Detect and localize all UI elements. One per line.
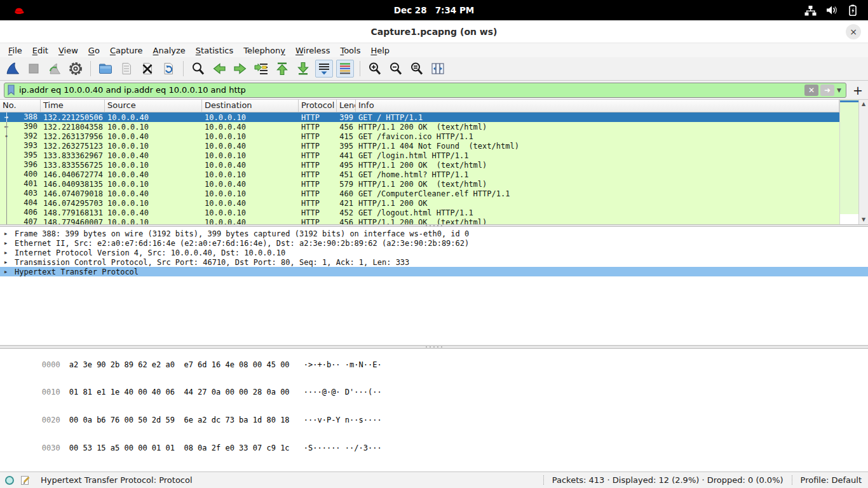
hex-ascii[interactable]: ···v·P-Y n··s···· bbox=[304, 416, 382, 425]
expander-triangle-icon[interactable]: ▶ bbox=[4, 269, 13, 274]
window-close-button[interactable]: × bbox=[846, 24, 861, 39]
network-icon[interactable] bbox=[804, 5, 817, 16]
find-packet-button[interactable] bbox=[189, 60, 207, 78]
detail-row[interactable]: ▶ Ethernet II, Src: e2:a0:e7:6d:16:4e (e… bbox=[0, 238, 868, 248]
packet-no: 400 bbox=[24, 170, 37, 179]
capture-comment-icon[interactable] bbox=[20, 475, 31, 485]
column-header[interactable]: Protocol bbox=[299, 100, 337, 112]
zoom-in-button[interactable] bbox=[366, 60, 384, 78]
expert-info-icon[interactable] bbox=[5, 476, 14, 485]
menu-item[interactable]: Capture bbox=[105, 44, 148, 57]
filter-dropdown-caret[interactable]: ▼ bbox=[837, 87, 841, 93]
detail-row[interactable]: ▶ Hypertext Transfer Protocol bbox=[0, 267, 868, 276]
column-header[interactable]: Source bbox=[105, 100, 202, 112]
packet-row[interactable]: 393 132.263275123 10.0.0.10 10.0.0.40 HT… bbox=[0, 141, 839, 151]
profile-selector[interactable]: Profile: Default bbox=[801, 475, 862, 485]
detail-row[interactable]: ▶ Frame 388: 399 bytes on wire (3192 bit… bbox=[0, 229, 868, 238]
filter-add-button[interactable]: + bbox=[853, 83, 863, 97]
zoom-original-button[interactable] bbox=[408, 60, 426, 78]
battery-icon[interactable] bbox=[848, 4, 858, 16]
packet-info: GET /login.html HTTP/1.1 bbox=[356, 151, 839, 160]
hex-row[interactable]: 003000 53 15 a5 00 00 01 01 08 0a 2f e0 … bbox=[5, 434, 868, 462]
expander-triangle-icon[interactable]: ▶ bbox=[4, 250, 13, 255]
go-first-packet-button[interactable] bbox=[273, 60, 291, 78]
column-header[interactable]: Destination bbox=[202, 100, 299, 112]
column-header[interactable]: No. bbox=[0, 100, 41, 112]
resize-columns-button[interactable] bbox=[429, 60, 447, 78]
menu-item[interactable]: Wireless bbox=[290, 44, 335, 57]
packet-row[interactable]: →388 132.221250506 10.0.0.40 10.0.0.10 H… bbox=[0, 112, 839, 122]
colorize-packets-button[interactable] bbox=[336, 60, 354, 78]
hex-ascii[interactable]: ·S······ ··/·3··· bbox=[304, 444, 382, 453]
restart-capture-button[interactable] bbox=[46, 60, 64, 78]
intelligent-scrollbar-minimap[interactable] bbox=[839, 100, 858, 224]
packet-source: 10.0.0.40 bbox=[105, 132, 202, 141]
hex-bytes[interactable]: 01 81 e1 1e 40 00 40 06 44 27 0a 00 00 2… bbox=[69, 388, 290, 397]
detail-row[interactable]: ▶ Transmission Control Protocol, Src Por… bbox=[0, 257, 868, 267]
packet-row[interactable]: 395 133.833362967 10.0.0.40 10.0.0.10 HT… bbox=[0, 151, 839, 160]
system-tray[interactable] bbox=[804, 4, 858, 16]
expander-triangle-icon[interactable]: ▶ bbox=[4, 231, 13, 236]
go-last-packet-button[interactable] bbox=[294, 60, 312, 78]
column-header[interactable]: Time bbox=[41, 100, 105, 112]
save-file-button[interactable] bbox=[118, 60, 135, 78]
menu-item[interactable]: View bbox=[53, 44, 83, 57]
filter-expression[interactable]: ip.addr eq 10.0.0.40 and ip.addr eq 10.0… bbox=[16, 85, 804, 95]
expander-triangle-icon[interactable]: ▶ bbox=[4, 241, 13, 246]
menu-item[interactable]: Analyze bbox=[148, 44, 191, 57]
hex-row[interactable]: 0040fd 4e 47 45 54 20 2f 20 48 54 54 50 … bbox=[5, 462, 868, 471]
hex-bytes[interactable]: 00 0a b6 76 00 50 2d 59 6e a2 dc 73 ba 1… bbox=[69, 416, 290, 425]
hex-row[interactable]: 002000 0a b6 76 00 50 2d 59 6e a2 dc 73 … bbox=[5, 407, 868, 435]
packet-row[interactable]: 407 148.779460007 10.0.0.10 10.0.0.40 HT… bbox=[0, 217, 839, 224]
hex-row[interactable]: 0000a2 3e 90 2b 89 62 e2 a0 e7 6d 16 4e … bbox=[5, 351, 868, 379]
packet-row[interactable]: 400 146.040672774 10.0.0.40 10.0.0.10 HT… bbox=[0, 170, 839, 179]
packet-time: 132.221250506 bbox=[41, 113, 105, 122]
menu-item[interactable]: Help bbox=[365, 44, 395, 57]
expander-triangle-icon[interactable]: ▶ bbox=[4, 260, 13, 265]
packet-row[interactable]: 403 146.074079018 10.0.0.40 10.0.0.10 HT… bbox=[0, 189, 839, 198]
packet-row[interactable]: 401 146.040938135 10.0.0.10 10.0.0.40 HT… bbox=[0, 179, 839, 189]
capture-options-button[interactable] bbox=[67, 60, 85, 78]
packet-row[interactable]: ←390 132.221804358 10.0.0.10 10.0.0.40 H… bbox=[0, 122, 839, 132]
menu-item[interactable]: Tools bbox=[335, 44, 365, 57]
reload-file-button[interactable] bbox=[159, 60, 177, 78]
start-capture-button[interactable] bbox=[4, 60, 22, 78]
menu-item[interactable]: Go bbox=[83, 44, 105, 57]
volume-icon[interactable] bbox=[826, 5, 838, 15]
hex-ascii[interactable]: ·>·+·b·· ·m·N··E· bbox=[304, 360, 382, 370]
zoom-out-button[interactable] bbox=[387, 60, 405, 78]
hex-offset: 0030 bbox=[42, 444, 60, 453]
stop-capture-button[interactable] bbox=[25, 60, 43, 78]
menu-item[interactable]: File bbox=[3, 44, 27, 57]
column-header[interactable]: Info bbox=[356, 100, 839, 112]
open-file-button[interactable] bbox=[97, 60, 114, 78]
go-back-button[interactable] bbox=[210, 60, 228, 78]
go-forward-button[interactable] bbox=[231, 60, 249, 78]
filter-apply-button[interactable]: ➜ bbox=[820, 85, 834, 96]
filter-clear-button[interactable]: ✕ bbox=[804, 85, 818, 96]
scroll-down-arrow-icon[interactable]: ▼ bbox=[862, 215, 865, 224]
bookmark-icon[interactable] bbox=[6, 84, 16, 96]
menu-item[interactable]: Telephony bbox=[238, 44, 290, 57]
hex-bytes[interactable]: 00 53 15 a5 00 00 01 01 08 0a 2f e0 33 0… bbox=[69, 444, 290, 453]
packet-row[interactable]: •392 132.263137956 10.0.0.40 10.0.0.10 H… bbox=[0, 132, 839, 141]
scroll-up-arrow-icon[interactable]: ▲ bbox=[862, 100, 865, 109]
clock[interactable]: Dec 28 7:34 PM bbox=[394, 5, 474, 15]
packet-list-scrollbar[interactable]: ▲ ▼ bbox=[858, 100, 868, 224]
menu-item[interactable]: Statistics bbox=[191, 44, 238, 57]
auto-scroll-button[interactable] bbox=[315, 60, 333, 78]
display-filter-input[interactable]: ip.addr eq 10.0.0.40 and ip.addr eq 10.0… bbox=[4, 83, 846, 98]
detail-row[interactable]: ▶ Internet Protocol Version 4, Src: 10.0… bbox=[0, 248, 868, 257]
hex-bytes[interactable]: a2 3e 90 2b 89 62 e2 a0 e7 6d 16 4e 08 0… bbox=[69, 360, 290, 370]
packet-protocol: HTTP bbox=[299, 132, 337, 141]
packet-row[interactable]: 404 146.074295703 10.0.0.10 10.0.0.40 HT… bbox=[0, 198, 839, 208]
packet-row[interactable]: 396 133.833556725 10.0.0.10 10.0.0.40 HT… bbox=[0, 160, 839, 170]
hex-ascii[interactable]: ····@·@· D'···(·· bbox=[304, 388, 382, 397]
column-header[interactable]: Length bbox=[337, 100, 356, 112]
hex-row[interactable]: 001001 81 e1 1e 40 00 40 06 44 27 0a 00 … bbox=[5, 379, 868, 407]
packet-details-pane: ▶ Frame 388: 399 bytes on wire (3192 bit… bbox=[0, 227, 868, 345]
menu-item[interactable]: Edit bbox=[27, 44, 53, 57]
close-file-button[interactable] bbox=[139, 60, 156, 78]
packet-row[interactable]: 406 148.779168131 10.0.0.40 10.0.0.10 HT… bbox=[0, 208, 839, 217]
go-to-packet-button[interactable] bbox=[252, 60, 270, 78]
